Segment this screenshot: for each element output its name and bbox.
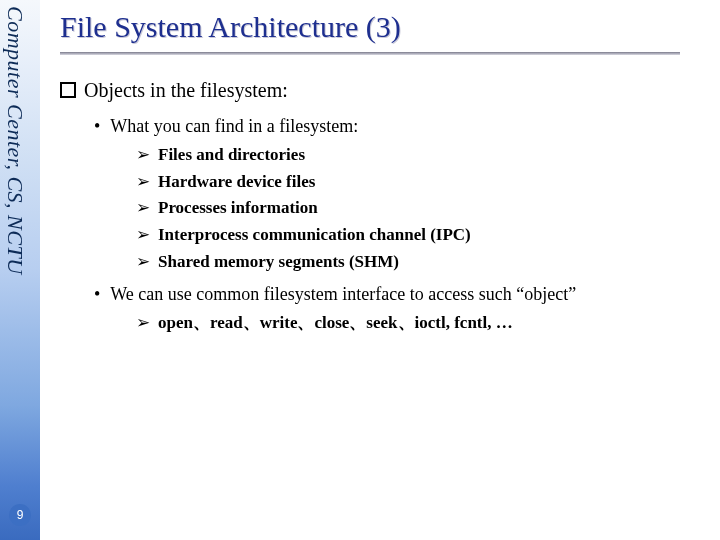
arrow-bullet-icon xyxy=(136,252,158,271)
bullet-lvl2: We can use common filesystem interface t… xyxy=(94,284,710,305)
content-area: File System Architecture (3) Objects in … xyxy=(60,0,710,540)
bullet-lvl3: Interprocess communication channel (IPC) xyxy=(136,223,710,248)
dot-bullet-icon xyxy=(94,116,110,136)
lvl3a2-text: Hardware device files xyxy=(158,172,315,191)
sidebar-org-text: Computer Center, CS, NCTU xyxy=(2,6,28,275)
lvl2a-text: What you can find in a filesystem: xyxy=(110,116,358,136)
lvl2b-text: We can use common filesystem interface t… xyxy=(110,284,576,304)
arrow-bullet-icon xyxy=(136,198,158,217)
lvl3a4-text: Interprocess communication channel (IPC) xyxy=(158,225,471,244)
square-bullet-icon xyxy=(60,82,76,98)
lvl1-text: Objects in the filesystem: xyxy=(84,79,288,101)
lvl3b1-text: open、read、write、close、seek、ioctl, fcntl,… xyxy=(158,313,513,332)
bullet-lvl3: Shared memory segments (SHM) xyxy=(136,250,710,275)
arrow-bullet-icon xyxy=(136,172,158,191)
bullet-lvl1: Objects in the filesystem: xyxy=(60,79,710,102)
dot-bullet-icon xyxy=(94,284,110,304)
bullet-lvl3: open、read、write、close、seek、ioctl, fcntl,… xyxy=(136,311,710,336)
bullet-lvl3: Hardware device files xyxy=(136,170,710,195)
slide-title: File System Architecture (3) xyxy=(60,10,710,44)
arrow-bullet-icon xyxy=(136,313,158,332)
page-number: 9 xyxy=(9,504,31,526)
bullet-lvl2: What you can find in a filesystem: xyxy=(94,116,710,137)
slide: Computer Center, CS, NCTU 9 File System … xyxy=(0,0,720,540)
bullet-lvl3: Processes information xyxy=(136,196,710,221)
lvl3a1-text: Files and directories xyxy=(158,145,305,164)
lvl3a3-text: Processes information xyxy=(158,198,318,217)
sidebar: Computer Center, CS, NCTU 9 xyxy=(0,0,40,540)
arrow-bullet-icon xyxy=(136,145,158,164)
lvl3a5-text: Shared memory segments (SHM) xyxy=(158,252,399,271)
bullet-lvl3: Files and directories xyxy=(136,143,710,168)
title-underline xyxy=(60,52,680,55)
arrow-bullet-icon xyxy=(136,225,158,244)
body: Objects in the filesystem: What you can … xyxy=(60,79,710,336)
